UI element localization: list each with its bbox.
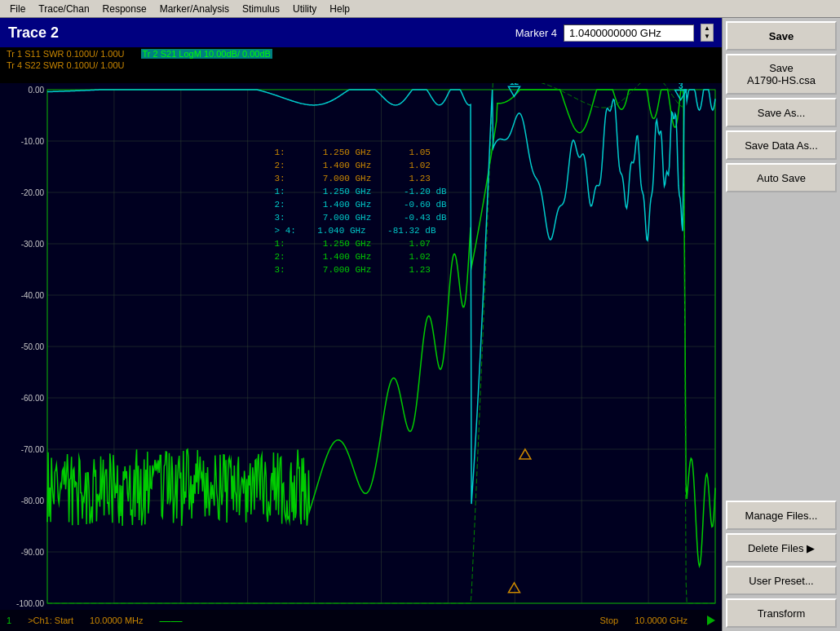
stop-freq: 10.0000 GHz xyxy=(634,616,687,625)
green-corner-arrow xyxy=(707,616,715,625)
menu-file[interactable]: File xyxy=(3,2,32,16)
chart-canvas xyxy=(0,83,722,610)
save-data-as-button[interactable]: Save Data As... xyxy=(726,130,837,160)
trace-title: Trace 2 xyxy=(8,24,59,42)
marker-label: Marker 4 xyxy=(515,27,557,39)
menu-utility[interactable]: Utility xyxy=(286,2,323,16)
marker-spin-up[interactable]: ▲ xyxy=(701,24,713,33)
ch1-start-label: >Ch1: Start xyxy=(28,616,73,625)
save-as-button[interactable]: Save As... xyxy=(726,98,837,127)
left-panel: Trace 2 Marker 4 1.0400000000 GHz ▲ ▼ Tr… xyxy=(0,18,722,631)
menubar: File Trace/Chan Response Marker/Analysis… xyxy=(0,0,840,18)
manage-files-button[interactable]: Manage Files... xyxy=(726,501,837,530)
auto-save-button[interactable]: Auto Save xyxy=(726,163,837,192)
trace-line-2: Tr 2 S21 LogM 10.00dB/ 0.00dB xyxy=(141,49,272,59)
start-freq: 10.0000 MHz xyxy=(90,616,143,625)
right-sidebar: Save Save A1790-HS.csa Save As... Save D… xyxy=(722,18,840,631)
bottom-bar: 1 >Ch1: Start 10.0000 MHz — — Stop 10.00… xyxy=(0,610,722,631)
trace-line-1: Tr 1 S11 SWR 0.100U/ 1.00U xyxy=(7,49,125,59)
save-file-button[interactable]: Save A1790-HS.csa xyxy=(726,54,837,95)
menu-help[interactable]: Help xyxy=(323,2,356,16)
stop-label: Stop xyxy=(600,616,619,625)
user-preset-button[interactable]: User Preset... xyxy=(726,566,837,595)
trace-info-bar: Tr 1 S11 SWR 0.100U/ 1.00U Tr 2 S21 LogM… xyxy=(0,47,722,83)
menu-response[interactable]: Response xyxy=(96,2,153,16)
marker-spin[interactable]: ▲ ▼ xyxy=(701,24,714,42)
marker-spin-down[interactable]: ▼ xyxy=(701,33,713,41)
trace-line-3: Tr 4 S22 SWR 0.100U/ 1.00U xyxy=(7,60,125,70)
transform-button[interactable]: Transform xyxy=(726,598,837,628)
main-area: Trace 2 Marker 4 1.0400000000 GHz ▲ ▼ Tr… xyxy=(0,18,840,631)
chart-area xyxy=(0,83,722,610)
delete-files-button[interactable]: Delete Files ▶ xyxy=(726,533,837,563)
menu-stimulus[interactable]: Stimulus xyxy=(236,2,286,16)
title-bar: Trace 2 Marker 4 1.0400000000 GHz ▲ ▼ xyxy=(0,18,722,47)
menu-trace[interactable]: Trace/Chan xyxy=(32,2,95,16)
sidebar-spacer xyxy=(726,196,837,497)
save-button[interactable]: Save xyxy=(726,21,837,51)
channel-number: 1 xyxy=(7,616,11,625)
marker-section: Marker 4 1.0400000000 GHz ▲ ▼ xyxy=(515,24,714,42)
legend-line: — — xyxy=(160,614,181,627)
marker-value-box[interactable]: 1.0400000000 GHz xyxy=(564,24,694,42)
menu-marker[interactable]: Marker/Analysis xyxy=(153,2,236,16)
